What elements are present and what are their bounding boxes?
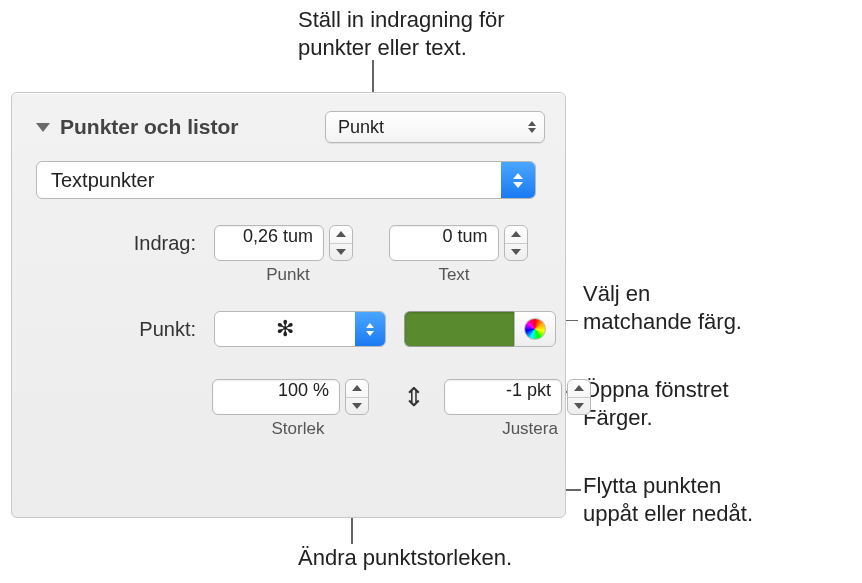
adjust-input[interactable]: -1 pkt (444, 379, 562, 415)
indent-label: Indrag: (36, 232, 196, 255)
color-swatch[interactable] (404, 311, 514, 347)
chevron-updown-icon (501, 162, 535, 198)
bullet-label: Punkt: (36, 318, 196, 341)
section-title: Punkter och listor (60, 115, 239, 139)
stepper-buttons[interactable] (567, 379, 591, 415)
arrow-down-icon[interactable] (330, 244, 352, 261)
list-type-value: Punkt (338, 117, 520, 138)
text-indent-input[interactable]: 0 tum (389, 225, 499, 261)
adjust-sublabel: Justera (444, 419, 616, 439)
bullet-indent-input[interactable]: 0,26 tum (214, 225, 324, 261)
bullets-lists-panel: Punkter och listor Punkt Textpunkter Ind… (11, 92, 566, 518)
bullet-indent-sublabel: Punkt (214, 265, 362, 285)
stepper-buttons[interactable] (345, 379, 369, 415)
size-sublabel: Storlek (212, 419, 384, 439)
callout-size: Ändra punktstorleken. (298, 544, 512, 572)
disclosure-triangle-icon[interactable] (36, 123, 50, 132)
chevron-updown-icon (355, 312, 385, 346)
text-indent-sublabel: Text (380, 265, 528, 285)
size-stepper[interactable]: 100 % (212, 379, 384, 415)
bullet-symbol-value: ✻ (215, 316, 355, 342)
bullet-symbol-dropdown[interactable]: ✻ (214, 311, 386, 347)
list-type-dropdown[interactable]: Punkt (325, 111, 545, 143)
arrow-up-icon[interactable] (568, 380, 590, 398)
bullet-indent-stepper[interactable]: 0,26 tum (214, 225, 371, 261)
vertical-arrows-icon: ⇕ (400, 384, 428, 410)
list-style-value: Textpunkter (37, 169, 501, 192)
callout-adjust: Flytta punkten uppåt eller nedåt. (583, 472, 753, 527)
color-wheel-icon (524, 318, 546, 340)
adjust-stepper[interactable]: -1 pkt (444, 379, 616, 415)
stepper-buttons[interactable] (329, 225, 353, 261)
stepper-buttons[interactable] (504, 225, 528, 261)
callout-color-swatch: Välj en matchande färg. (583, 280, 742, 335)
chevron-updown-icon (528, 121, 536, 133)
callout-indent: Ställ in indragning för punkter eller te… (298, 6, 505, 61)
size-input[interactable]: 100 % (212, 379, 340, 415)
arrow-down-icon[interactable] (346, 398, 368, 415)
arrow-up-icon[interactable] (330, 226, 352, 244)
text-indent-stepper[interactable]: 0 tum (389, 225, 546, 261)
list-style-dropdown[interactable]: Textpunkter (36, 161, 536, 199)
arrow-up-icon[interactable] (346, 380, 368, 398)
arrow-down-icon[interactable] (568, 398, 590, 415)
color-wheel-button[interactable] (514, 311, 556, 347)
arrow-up-icon[interactable] (505, 226, 527, 244)
arrow-down-icon[interactable] (505, 244, 527, 261)
